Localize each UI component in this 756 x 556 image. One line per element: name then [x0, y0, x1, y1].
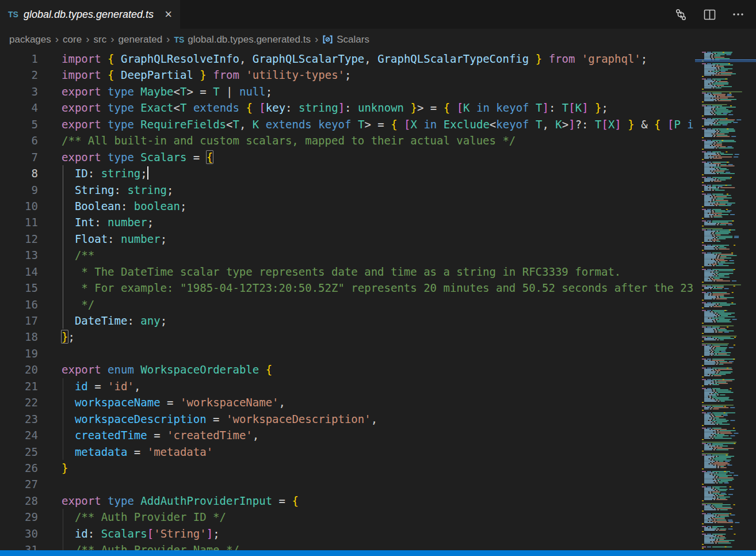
- line-number[interactable]: 17: [0, 313, 38, 329]
- line-number[interactable]: 19: [0, 345, 38, 361]
- code-line[interactable]: 21 id = 'id',: [0, 378, 695, 394]
- line-number[interactable]: 24: [0, 427, 38, 443]
- open-changes-icon[interactable]: [674, 8, 688, 21]
- minimap-current-line-highlight: [695, 59, 756, 62]
- code-line[interactable]: 23 workspaceDescription = 'workspaceDesc…: [0, 411, 695, 427]
- token: ;: [140, 167, 147, 180]
- line-number[interactable]: 12: [0, 231, 38, 247]
- token: ;: [180, 200, 186, 212]
- line-number[interactable]: 23: [0, 411, 38, 427]
- code-line[interactable]: 4export type Exact<T extends { [key: str…: [0, 100, 695, 116]
- line-number[interactable]: 10: [0, 198, 38, 214]
- code-line[interactable]: 26}: [0, 460, 695, 476]
- token: in: [476, 101, 490, 114]
- line-number[interactable]: 15: [0, 280, 38, 296]
- line-number[interactable]: 4: [0, 100, 38, 116]
- line-number[interactable]: 16: [0, 296, 38, 313]
- editor-tab[interactable]: TS global.db.types.generated.ts ×: [0, 0, 180, 29]
- line-number[interactable]: 31: [0, 542, 38, 550]
- code-line[interactable]: 30 id: Scalars['String'];: [0, 525, 695, 542]
- minimap[interactable]: [695, 51, 756, 550]
- line-number[interactable]: 2: [0, 67, 38, 83]
- code-editor[interactable]: 1import { GraphQLResolveInfo, GraphQLSca…: [0, 51, 695, 550]
- close-icon[interactable]: ×: [162, 8, 174, 21]
- code-line[interactable]: 19: [0, 345, 695, 361]
- code-line[interactable]: 8 ID: string;: [0, 165, 695, 181]
- line-number[interactable]: 21: [0, 378, 38, 394]
- line-number[interactable]: 7: [0, 149, 38, 165]
- code-line[interactable]: 20export enum WorkspaceOrderable {: [0, 361, 695, 378]
- line-number[interactable]: 18: [0, 329, 38, 345]
- tab-bar: TS global.db.types.generated.ts ×: [0, 0, 756, 29]
- line-number[interactable]: 26: [0, 460, 38, 476]
- chevron-right-icon: ›: [106, 33, 118, 45]
- token: createdTime: [75, 429, 147, 441]
- line-number[interactable]: 9: [0, 182, 38, 198]
- token: ;: [147, 216, 154, 229]
- line-number[interactable]: 3: [0, 83, 38, 100]
- token: ;: [213, 527, 219, 540]
- code-line[interactable]: 12 Float: number;: [0, 231, 695, 247]
- code-line[interactable]: 17 DateTime: any;: [0, 313, 695, 329]
- token: [134, 494, 140, 507]
- code-line[interactable]: 6/** All built-in and custom scalars, ma…: [0, 132, 695, 148]
- code-line[interactable]: 25 metadata = 'metadata': [0, 444, 695, 460]
- code-line[interactable]: 7export type Scalars = {: [0, 149, 695, 165]
- code-line[interactable]: 27: [0, 476, 695, 492]
- split-editor-icon[interactable]: [704, 9, 716, 21]
- token: [62, 216, 75, 229]
- token: [351, 118, 357, 131]
- code-line[interactable]: 11 Int: number;: [0, 214, 695, 230]
- line-number[interactable]: 8: [0, 165, 38, 181]
- code-line[interactable]: 29 /** Auth Provider ID */: [0, 509, 695, 525]
- code-line[interactable]: 28export type AddAuthProviderInput = {: [0, 493, 695, 509]
- code-line[interactable]: 18};: [0, 329, 695, 345]
- line-text: Int: number;: [62, 214, 154, 230]
- code-line[interactable]: 31 /** Auth Provider Name */: [0, 542, 695, 550]
- token: [101, 68, 108, 81]
- line-number[interactable]: 13: [0, 247, 38, 263]
- code-line[interactable]: 1import { GraphQLResolveInfo, GraphQLSca…: [0, 51, 695, 67]
- token: [660, 118, 667, 131]
- minimap-canvas: [701, 51, 756, 550]
- breadcrumb-item-file[interactable]: TSglobal.db.types.generated.ts: [174, 34, 311, 45]
- token: [101, 151, 108, 163]
- code-line[interactable]: 3export type Maybe<T> = T | null;: [0, 83, 695, 100]
- code-line[interactable]: 24 createdTime = 'createdTime',: [0, 427, 695, 443]
- token: i: [687, 118, 693, 131]
- breadcrumb-item[interactable]: src: [94, 34, 107, 45]
- code-line[interactable]: 10 Boolean: boolean;: [0, 198, 695, 214]
- line-number[interactable]: 20: [0, 361, 38, 378]
- token: type: [108, 118, 134, 131]
- breadcrumb-item[interactable]: packages: [9, 34, 51, 45]
- line-number[interactable]: 22: [0, 394, 38, 410]
- breadcrumb-item[interactable]: generated: [119, 34, 163, 45]
- token: Boolean: [75, 200, 121, 212]
- line-number[interactable]: 5: [0, 116, 38, 132]
- token: [134, 118, 140, 131]
- code-line[interactable]: 5export type RequireFields<T, K extends …: [0, 116, 695, 132]
- line-number[interactable]: 1: [0, 51, 38, 67]
- line-number[interactable]: 30: [0, 525, 38, 542]
- line-number[interactable]: 11: [0, 214, 38, 230]
- code-line[interactable]: 16 */: [0, 296, 695, 313]
- breadcrumb-item[interactable]: core: [63, 34, 82, 45]
- token: :: [549, 101, 562, 114]
- line-number[interactable]: 27: [0, 476, 38, 492]
- status-bar: [0, 550, 756, 556]
- code-line[interactable]: 2import { DeepPartial } from 'utility-ty…: [0, 67, 695, 83]
- code-line[interactable]: 15 * For example: "1985-04-12T23:20:50.5…: [0, 280, 695, 296]
- code-line[interactable]: 22 workspaceName = 'workspaceName',: [0, 394, 695, 410]
- line-number[interactable]: 6: [0, 132, 38, 148]
- line-number[interactable]: 25: [0, 444, 38, 460]
- breadcrumb-item-symbol[interactable]: Scalars: [322, 33, 369, 46]
- code-line[interactable]: 13 /**: [0, 247, 695, 263]
- code-line[interactable]: 14 * The DateTime scalar type represents…: [0, 264, 695, 280]
- line-number[interactable]: 14: [0, 264, 38, 280]
- code-line[interactable]: 9 String: string;: [0, 182, 695, 198]
- indent-guide: [63, 231, 63, 247]
- more-actions-icon[interactable]: [732, 8, 744, 21]
- line-number[interactable]: 28: [0, 493, 38, 509]
- line-number[interactable]: 29: [0, 509, 38, 525]
- token: ,: [371, 413, 377, 425]
